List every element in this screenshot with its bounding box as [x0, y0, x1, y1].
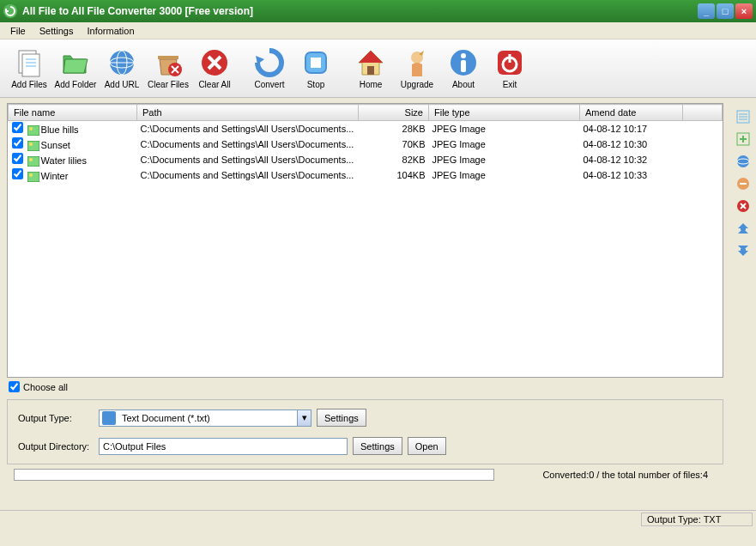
menu-file[interactable]: File: [3, 24, 33, 38]
file-date: 04-08-12 10:17: [580, 121, 683, 137]
column-filetype[interactable]: File type: [429, 105, 580, 121]
side-globe-icon[interactable]: [736, 155, 750, 168]
add-url-button[interactable]: Add URL: [100, 42, 144, 95]
tool-label: Add URL: [105, 80, 140, 89]
output-dir-settings-button[interactable]: Settings: [353, 437, 402, 455]
output-panel: Output Type: Text Document (*.txt) ▾ Set…: [7, 399, 723, 464]
svg-rect-1: [22, 54, 39, 76]
tool-label: Exit: [503, 80, 517, 89]
table-row[interactable]: WinterC:\Documents and Settings\All User…: [9, 167, 723, 183]
file-type: JPEG Image: [429, 152, 580, 167]
table-row[interactable]: Blue hillsC:\Documents and Settings\All …: [9, 121, 723, 137]
tool-label: Clear All: [198, 80, 230, 89]
clear-files-icon: [153, 47, 184, 78]
column-filename[interactable]: File name: [9, 105, 137, 121]
row-checkbox[interactable]: [12, 153, 23, 164]
file-size: 82KB: [359, 152, 429, 167]
svg-point-29: [29, 143, 33, 146]
image-file-icon: [27, 141, 39, 151]
table-row[interactable]: Water liliesC:\Documents and Settings\Al…: [9, 152, 723, 167]
file-path: C:\Documents and Settings\All Users\Docu…: [137, 121, 359, 137]
svg-rect-17: [311, 58, 321, 68]
file-table[interactable]: File name Path Size File type Amend date…: [7, 103, 723, 378]
folder-icon: [60, 47, 91, 78]
file-size: 28KB: [359, 121, 429, 137]
svg-rect-9: [158, 56, 178, 59]
side-list-icon[interactable]: [736, 110, 750, 124]
side-remove-icon[interactable]: [736, 177, 750, 191]
file-date: 04-08-12 10:32: [580, 152, 683, 167]
image-file-icon: [27, 156, 39, 167]
tool-label: About: [452, 80, 475, 89]
clear-all-icon: [199, 47, 230, 78]
svg-rect-18: [367, 66, 374, 75]
table-row[interactable]: SunsetC:\Documents and Settings\All User…: [9, 136, 723, 152]
svg-rect-30: [27, 156, 39, 167]
output-type-combo[interactable]: Text Document (*.txt) ▾: [99, 410, 311, 427]
file-date: 04-08-12 10:30: [580, 136, 683, 152]
image-file-icon: [27, 125, 39, 136]
svg-rect-28: [27, 141, 39, 151]
file-date: 04-08-12 10:33: [580, 167, 683, 183]
tool-label: Add Files: [11, 80, 47, 89]
column-path[interactable]: Path: [137, 105, 359, 121]
about-button[interactable]: About: [441, 42, 486, 95]
column-size[interactable]: Size: [359, 105, 429, 121]
window-title: All File to All File Converter 3000 [Fre…: [22, 5, 698, 17]
row-checkbox[interactable]: [12, 168, 23, 179]
files-icon: [14, 47, 45, 78]
menu-settings[interactable]: Settings: [33, 24, 81, 38]
document-icon: [102, 411, 116, 425]
menu-information[interactable]: Information: [80, 24, 141, 38]
clear-files-button[interactable]: Clear Files: [146, 42, 191, 95]
file-name: Water lilies: [41, 155, 87, 166]
upgrade-icon: [402, 47, 432, 78]
side-up-icon[interactable]: [736, 221, 750, 235]
upgrade-button[interactable]: Upgrade: [395, 42, 439, 95]
svg-rect-22: [461, 60, 466, 72]
file-size: 104KB: [359, 167, 429, 183]
add-folder-button[interactable]: Add Folder: [53, 42, 98, 95]
chevron-down-icon[interactable]: ▾: [297, 410, 311, 426]
output-type-settings-button[interactable]: Settings: [317, 409, 366, 427]
clear-all-button[interactable]: Clear All: [192, 42, 237, 95]
add-files-button[interactable]: Add Files: [7, 42, 51, 95]
output-dir-label: Output Directory:: [18, 441, 99, 452]
output-dir-input[interactable]: [99, 438, 348, 455]
statusbar: Output Type: TXT: [0, 510, 756, 527]
row-checkbox[interactable]: [12, 122, 23, 133]
convert-button[interactable]: Convert: [247, 42, 292, 95]
choose-all-label: Choose all: [23, 382, 68, 392]
tool-label: Clear Files: [148, 80, 189, 89]
titlebar: All File to All File Converter 3000 [Fre…: [0, 0, 756, 22]
file-path: C:\Documents and Settings\All Users\Docu…: [137, 152, 359, 167]
maximize-button[interactable]: □: [717, 3, 734, 19]
sidebar: [730, 98, 756, 510]
home-button[interactable]: Home: [348, 42, 393, 95]
file-type: JPEG Image: [429, 121, 580, 137]
row-checkbox[interactable]: [12, 137, 23, 149]
choose-all-checkbox[interactable]: [9, 381, 20, 392]
file-name: Winter: [41, 171, 69, 181]
side-delete-icon[interactable]: [736, 199, 750, 213]
open-button[interactable]: Open: [408, 437, 446, 455]
progress-text: Converted:0 / the total number of files:…: [494, 470, 717, 480]
stop-button[interactable]: Stop: [293, 42, 338, 95]
svg-point-41: [737, 155, 749, 167]
file-name: Blue hills: [41, 124, 79, 135]
exit-button[interactable]: Exit: [487, 42, 532, 95]
side-add-icon[interactable]: [736, 132, 750, 146]
tool-label: Home: [360, 80, 383, 89]
close-button[interactable]: ×: [735, 3, 753, 19]
tool-label: Convert: [254, 80, 284, 89]
minimize-button[interactable]: _: [698, 3, 715, 19]
progress-bar: [14, 469, 494, 481]
output-type-value: Text Document (*.txt): [118, 413, 297, 423]
output-type-label: Output Type:: [18, 413, 99, 423]
menubar: FileSettingsInformation: [0, 22, 756, 39]
tool-label: Add Folder: [55, 80, 97, 89]
side-down-icon[interactable]: [736, 244, 750, 258]
svg-rect-26: [27, 125, 39, 136]
stop-icon: [300, 47, 331, 78]
column-date[interactable]: Amend date: [580, 105, 683, 121]
